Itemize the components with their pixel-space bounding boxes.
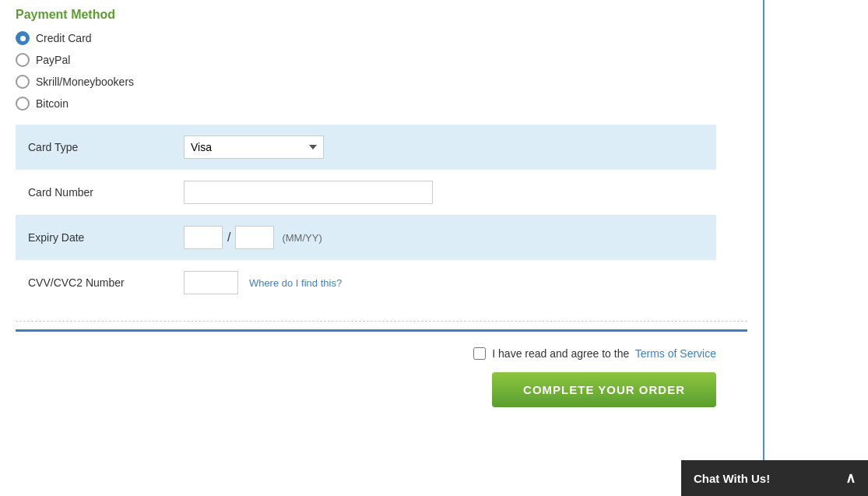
expiry-wrapper: / (MM/YY) [184,226,704,249]
cvv-help-link[interactable]: Where do I find this? [249,277,342,289]
radio-option-credit-card[interactable]: Credit Card [16,31,747,45]
terms-row: I have read and agree to the Terms of Se… [473,347,716,360]
expiry-hint: (MM/YY) [282,232,322,244]
card-number-label: Card Number [16,170,171,215]
card-number-row: Card Number [16,170,716,215]
radio-unchecked-bitcoin [16,97,30,111]
right-sidebar [764,0,868,496]
card-number-input[interactable] [184,181,433,204]
terms-text-label: I have read and agree to the [492,347,629,360]
payment-options: Credit Card PayPal Skrill/Moneybookers B… [16,31,747,111]
complete-order-button[interactable]: COMPLETE YOUR ORDER [492,372,716,407]
card-type-row: Card Type Visa MasterCard American Expre… [16,125,716,170]
radio-unchecked-paypal [16,53,30,67]
expiry-year-input[interactable] [235,226,274,249]
radio-label-bitcoin: Bitcoin [36,97,69,110]
card-form-table: Card Type Visa MasterCard American Expre… [16,125,716,305]
cvv-input[interactable] [184,271,238,294]
terms-of-service-link[interactable]: Terms of Service [635,347,716,360]
expiry-date-input-cell: / (MM/YY) [171,215,716,260]
radio-unchecked-skrill [16,75,30,89]
bottom-section: I have read and agree to the Terms of Se… [16,332,747,423]
expiry-date-label: Expiry Date [16,215,171,260]
chat-label: Chat With Us! [694,472,770,485]
expiry-month-input[interactable] [184,226,223,249]
expiry-separator: / [227,230,230,244]
radio-option-skrill[interactable]: Skrill/Moneybookers [16,75,747,89]
card-number-input-cell [171,170,716,215]
card-type-select[interactable]: Visa MasterCard American Express Discove… [184,135,324,159]
expiry-date-row: Expiry Date / (MM/YY) [16,215,716,260]
radio-label-credit-card: Credit Card [36,32,92,44]
radio-option-bitcoin[interactable]: Bitcoin [16,97,747,111]
cvv-input-cell: Where do I find this? [171,260,716,305]
radio-option-paypal[interactable]: PayPal [16,53,747,67]
section-title: Payment Method [16,8,747,22]
card-type-label: Card Type [16,125,171,170]
radio-checked-icon [16,31,30,45]
radio-label-paypal: PayPal [36,54,70,66]
radio-label-skrill: Skrill/Moneybookers [36,76,134,88]
chat-bar[interactable]: Chat With Us! ∧ [681,460,868,496]
terms-checkbox[interactable] [473,347,486,360]
chat-arrow-icon: ∧ [845,470,856,487]
card-type-input-cell: Visa MasterCard American Express Discove… [171,125,716,170]
cvv-row: CVV/CVC2 Number Where do I find this? [16,260,716,305]
dashed-divider [16,321,747,322]
cvv-label: CVV/CVC2 Number [16,260,171,305]
terms-text: I have read and agree to the Terms of Se… [492,347,716,360]
